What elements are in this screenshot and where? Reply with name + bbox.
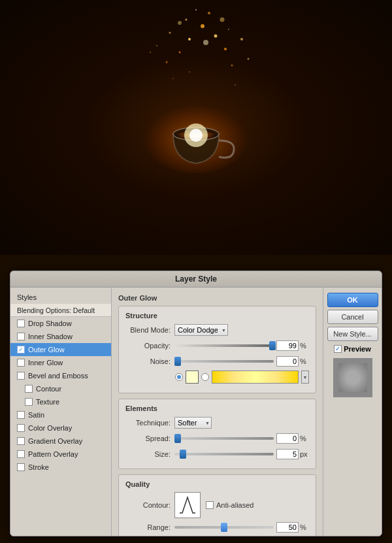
outer-glow-checkbox[interactable] bbox=[17, 346, 25, 354]
technique-label: Technique: bbox=[125, 419, 174, 427]
spread-label: Spread: bbox=[125, 435, 174, 442]
sidebar-item-stroke[interactable]: Stroke bbox=[10, 461, 111, 474]
sidebar-item-gradient-overlay[interactable]: Gradient Overlay bbox=[10, 435, 111, 448]
anti-aliased-checkbox[interactable] bbox=[206, 501, 214, 509]
sidebar-item-inner-glow[interactable]: Inner Glow bbox=[10, 356, 111, 369]
color-swatch[interactable] bbox=[186, 370, 199, 384]
noise-label: Noise: bbox=[125, 357, 174, 365]
anti-aliased-label[interactable]: Anti-aliased bbox=[206, 501, 253, 509]
preview-checkbox-box[interactable] bbox=[334, 345, 342, 353]
range-unit: % bbox=[300, 523, 309, 531]
blending-options-label: Blending Options: Default bbox=[17, 306, 95, 314]
pattern-overlay-checkbox[interactable] bbox=[17, 450, 25, 458]
blend-mode-select[interactable]: Color Dodge Normal Screen Multiply bbox=[174, 324, 228, 336]
new-style-button[interactable]: New Style... bbox=[327, 327, 378, 341]
opacity-unit: % bbox=[300, 342, 309, 350]
gradient-arrow[interactable]: ▼ bbox=[301, 370, 309, 384]
range-slider-thumb[interactable] bbox=[221, 523, 227, 532]
sidebar-item-texture[interactable]: Texture bbox=[10, 395, 111, 408]
contour-sidebar-checkbox[interactable] bbox=[25, 385, 33, 393]
svg-point-8 bbox=[228, 29, 229, 30]
spread-unit: % bbox=[300, 435, 309, 442]
canvas-area bbox=[0, 0, 392, 255]
quality-title: Quality bbox=[125, 480, 309, 488]
texture-checkbox[interactable] bbox=[25, 398, 33, 406]
sidebar-item-pattern-overlay[interactable]: Pattern Overlay bbox=[10, 448, 111, 461]
sidebar-item-styles[interactable]: Styles bbox=[10, 291, 111, 304]
inner-glow-checkbox[interactable] bbox=[17, 359, 25, 367]
sidebar-item-satin[interactable]: Satin bbox=[10, 408, 111, 421]
preview-thumbnail bbox=[333, 358, 372, 397]
inner-shadow-checkbox[interactable] bbox=[17, 333, 25, 340]
pattern-overlay-label: Pattern Overlay bbox=[28, 450, 78, 458]
quality-panel: Quality Contour: Anti-aliased bbox=[118, 474, 316, 536]
preview-label: Preview bbox=[344, 345, 371, 353]
layer-style-dialog: Layer Style Styles Blending Options: Def… bbox=[10, 271, 382, 536]
sidebar-item-color-overlay[interactable]: Color Overlay bbox=[10, 421, 111, 435]
stroke-checkbox[interactable] bbox=[17, 463, 25, 471]
contour-curve-svg bbox=[177, 495, 198, 516]
svg-point-26 bbox=[189, 129, 203, 142]
cancel-button[interactable]: Cancel bbox=[327, 310, 378, 324]
cup-svg bbox=[131, 62, 261, 193]
size-slider-track[interactable] bbox=[174, 453, 274, 455]
radio-gradient[interactable] bbox=[201, 373, 209, 381]
sidebar-item-blending-options[interactable]: Blending Options: Default bbox=[10, 304, 111, 317]
contour-preview[interactable] bbox=[174, 492, 201, 518]
opacity-input[interactable] bbox=[276, 340, 299, 351]
size-unit: px bbox=[300, 450, 309, 458]
gradient-overlay-checkbox[interactable] bbox=[17, 437, 25, 445]
svg-point-7 bbox=[208, 12, 210, 14]
blend-mode-label: Blend Mode: bbox=[125, 326, 174, 334]
cup-illustration bbox=[131, 62, 261, 193]
svg-point-5 bbox=[224, 48, 227, 50]
preview-checkbox-row[interactable]: Preview bbox=[334, 345, 371, 353]
structure-title: Structure bbox=[125, 312, 309, 320]
bevel-emboss-checkbox[interactable] bbox=[17, 372, 25, 380]
opacity-slider-thumb[interactable] bbox=[269, 341, 276, 350]
noise-slider-track[interactable] bbox=[174, 360, 274, 363]
dialog-body: Styles Blending Options: Default Drop Sh… bbox=[10, 288, 382, 536]
range-input[interactable] bbox=[276, 522, 299, 533]
contour-row: Contour: Anti-aliased bbox=[125, 492, 309, 518]
styles-label: Styles bbox=[17, 293, 37, 301]
sidebar-item-bevel-emboss[interactable]: Bevel and Emboss bbox=[10, 369, 111, 382]
gradient-bar[interactable] bbox=[212, 370, 299, 384]
svg-point-16 bbox=[203, 40, 208, 45]
sidebar-item-drop-shadow[interactable]: Drop Shadow bbox=[10, 317, 111, 330]
contour-sidebar-label: Contour bbox=[36, 385, 61, 393]
anti-aliased-text: Anti-aliased bbox=[216, 501, 253, 509]
technique-dropdown-wrapper: Softer Precise bbox=[174, 417, 212, 429]
svg-point-21 bbox=[150, 52, 151, 53]
sidebar-item-outer-glow[interactable]: Outer Glow bbox=[10, 343, 111, 356]
right-panel: OK Cancel New Style... Preview bbox=[323, 288, 382, 536]
svg-point-3 bbox=[214, 35, 218, 38]
svg-point-4 bbox=[169, 32, 171, 34]
spread-slider-track[interactable] bbox=[174, 437, 274, 440]
satin-checkbox[interactable] bbox=[17, 411, 25, 419]
spread-row: Spread: % bbox=[125, 432, 309, 445]
size-input[interactable] bbox=[276, 449, 299, 459]
drop-shadow-checkbox[interactable] bbox=[17, 320, 25, 327]
range-label: Range: bbox=[125, 523, 174, 531]
structure-panel: Structure Blend Mode: Color Dodge Normal… bbox=[118, 306, 316, 393]
bevel-emboss-label: Bevel and Emboss bbox=[28, 372, 88, 380]
sidebar-item-inner-shadow[interactable]: Inner Shadow bbox=[10, 330, 111, 343]
dialog-overlay: Layer Style Styles Blending Options: Def… bbox=[0, 242, 392, 543]
size-slider-thumb[interactable] bbox=[180, 450, 186, 459]
svg-point-1 bbox=[201, 24, 204, 28]
radio-color[interactable] bbox=[175, 373, 183, 381]
svg-point-6 bbox=[186, 19, 188, 21]
color-overlay-checkbox[interactable] bbox=[17, 424, 25, 432]
spread-slider-thumb[interactable] bbox=[174, 434, 181, 443]
noise-row: Noise: % bbox=[125, 355, 309, 368]
spread-input[interactable] bbox=[276, 433, 299, 444]
sidebar-item-contour[interactable]: Contour bbox=[10, 382, 111, 395]
range-slider-track[interactable] bbox=[174, 526, 274, 529]
opacity-slider-track[interactable] bbox=[174, 344, 274, 347]
contour-label: Contour: bbox=[125, 501, 174, 509]
noise-input[interactable] bbox=[276, 356, 299, 367]
ok-button[interactable]: OK bbox=[327, 293, 378, 307]
noise-slider-thumb[interactable] bbox=[174, 357, 181, 366]
technique-select[interactable]: Softer Precise bbox=[174, 417, 212, 429]
